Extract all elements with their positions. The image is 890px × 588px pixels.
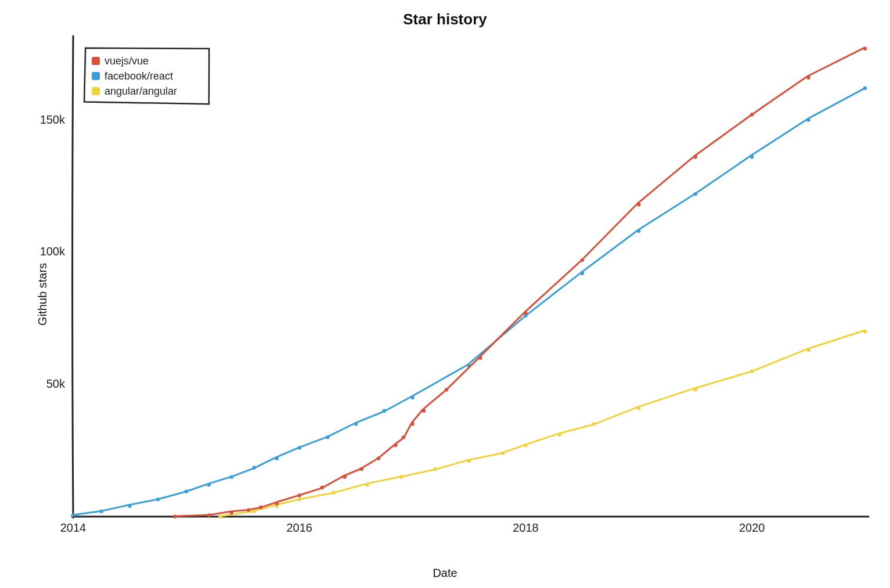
series-point	[354, 422, 358, 425]
series-point	[383, 409, 386, 413]
series-point	[694, 155, 697, 158]
y-tick-label: 50k	[46, 377, 66, 390]
legend-swatch	[92, 72, 100, 80]
series-point	[806, 118, 810, 121]
series-point	[247, 508, 250, 511]
series-point	[402, 435, 405, 439]
series-point	[445, 388, 448, 391]
series-point	[863, 330, 867, 333]
series-point	[230, 475, 233, 478]
series-point	[750, 155, 754, 158]
x-tick-label: 2018	[513, 521, 539, 534]
series-point	[422, 409, 426, 413]
series-point	[863, 86, 867, 90]
series-point	[230, 511, 233, 514]
series-point	[433, 467, 437, 471]
series-point	[637, 203, 640, 206]
series-point	[275, 457, 279, 460]
series-line-angular-angular	[221, 330, 864, 516]
legend-label: vuejs/vue	[105, 55, 149, 67]
series-point	[637, 229, 640, 233]
legend-label: angular/angular	[105, 85, 177, 97]
series-point	[365, 483, 369, 486]
series-point	[501, 451, 505, 454]
series-point	[332, 491, 335, 495]
series-point	[185, 490, 188, 493]
series-point	[394, 443, 397, 447]
series-point	[558, 433, 561, 437]
series-point	[298, 493, 301, 497]
series-point	[581, 272, 584, 275]
series-point	[750, 113, 754, 116]
series-point	[524, 443, 527, 447]
series-point	[806, 76, 810, 80]
y-axis-label: Github stars	[36, 263, 49, 326]
series-point	[478, 356, 482, 359]
legend-label: facebook/react	[105, 70, 173, 82]
series-point	[806, 348, 810, 352]
series-point	[298, 446, 301, 449]
series-point	[750, 369, 754, 373]
series-point	[298, 497, 301, 501]
plot-area: 50k100k150k2014201620182020vuejs/vueface…	[70, 35, 871, 540]
series-point	[524, 311, 527, 315]
series-point	[467, 459, 471, 463]
chart-svg: 50k100k150k2014201620182020vuejs/vueface…	[70, 35, 871, 540]
series-point	[694, 192, 697, 196]
x-tick-label: 2014	[60, 521, 87, 534]
series-point	[320, 486, 323, 489]
series-point	[253, 510, 256, 513]
series-point	[863, 46, 867, 50]
legend-swatch	[92, 57, 100, 65]
series-line-facebook-react	[74, 88, 865, 515]
series-point	[275, 502, 279, 505]
series-point	[377, 457, 380, 460]
series-point	[156, 497, 160, 501]
series-point	[326, 435, 329, 439]
x-axis-label: Date	[0, 567, 890, 580]
series-point	[253, 466, 256, 470]
chart-title: Star history	[0, 10, 890, 28]
series-point	[259, 506, 262, 509]
series-point	[399, 475, 403, 478]
x-tick-label: 2020	[739, 521, 765, 534]
x-tick-label: 2016	[286, 521, 312, 534]
series-point	[343, 475, 346, 478]
series-point	[694, 388, 697, 391]
legend-swatch	[92, 87, 100, 95]
series-point	[592, 422, 595, 425]
series-point	[173, 515, 176, 518]
series-point	[100, 510, 103, 513]
series-point	[360, 467, 363, 471]
star-history-chart: Star history Github stars Date 50k100k15…	[0, 0, 890, 588]
series-point	[410, 396, 414, 399]
series-point	[207, 483, 211, 486]
series-point	[71, 514, 75, 517]
series-point	[581, 258, 584, 262]
y-tick-label: 150k	[40, 113, 66, 126]
y-tick-label: 100k	[40, 245, 66, 258]
series-point	[410, 422, 414, 425]
series-point	[207, 514, 211, 517]
series-point	[128, 504, 131, 508]
legend: vuejs/vuefacebook/reactangular/angular	[84, 48, 209, 104]
series-point	[218, 515, 222, 518]
series-point	[637, 406, 640, 410]
y-axis	[73, 36, 73, 518]
